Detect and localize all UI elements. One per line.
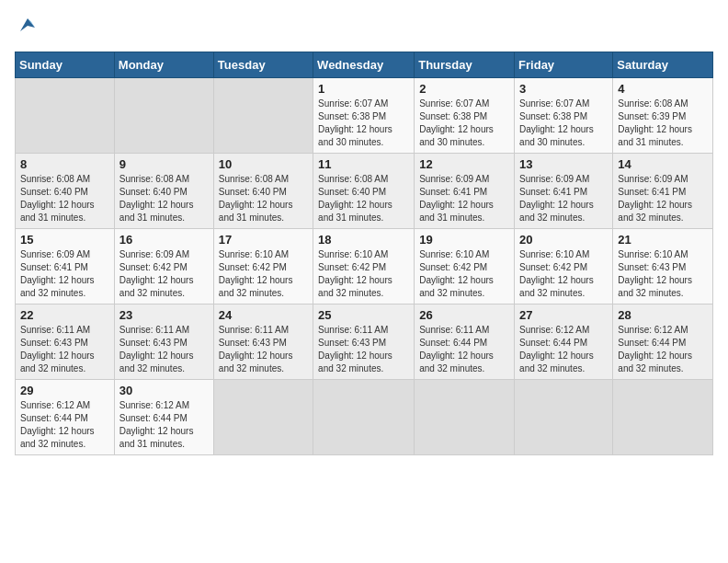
day-number: 1: [318, 82, 409, 96]
calendar-cell: 18Sunrise: 6:10 AMSunset: 6:42 PMDayligh…: [313, 229, 415, 304]
calendar-cell: 14Sunrise: 6:09 AMSunset: 6:41 PMDayligh…: [613, 154, 713, 229]
weekday-saturday: Saturday: [613, 52, 713, 78]
calendar-cell: [114, 78, 213, 154]
calendar-cell: 8Sunrise: 6:08 AMSunset: 6:40 PMDaylight…: [16, 154, 115, 229]
calendar-cell: [213, 78, 313, 154]
calendar-cell: 25Sunrise: 6:11 AMSunset: 6:43 PMDayligh…: [313, 304, 415, 380]
week-row-2: 8Sunrise: 6:08 AMSunset: 6:40 PMDaylight…: [16, 154, 713, 229]
day-number: 10: [219, 157, 308, 171]
calendar-cell: 10Sunrise: 6:08 AMSunset: 6:40 PMDayligh…: [213, 154, 313, 229]
day-info: Sunrise: 6:07 AMSunset: 6:38 PMDaylight:…: [318, 98, 409, 149]
day-info: Sunrise: 6:09 AMSunset: 6:42 PMDaylight:…: [119, 248, 209, 300]
day-info: Sunrise: 6:12 AMSunset: 6:44 PMDaylight:…: [20, 399, 109, 451]
day-number: 19: [419, 233, 509, 247]
day-number: 8: [20, 157, 109, 171]
day-info: Sunrise: 6:08 AMSunset: 6:39 PMDaylight:…: [618, 98, 708, 149]
weekday-sunday: Sunday: [16, 52, 115, 78]
calendar-cell: 9Sunrise: 6:08 AMSunset: 6:40 PMDaylight…: [114, 154, 213, 229]
day-number: 3: [519, 82, 608, 96]
calendar-cell: 2Sunrise: 6:07 AMSunset: 6:38 PMDaylight…: [415, 78, 515, 154]
week-row-1: 1Sunrise: 6:07 AMSunset: 6:38 PMDaylight…: [16, 78, 713, 154]
calendar-cell: 21Sunrise: 6:10 AMSunset: 6:43 PMDayligh…: [613, 229, 713, 304]
svg-marker-0: [20, 18, 35, 31]
day-info: Sunrise: 6:09 AMSunset: 6:41 PMDaylight:…: [618, 173, 708, 224]
day-number: 18: [318, 233, 409, 247]
calendar-header: [15, 15, 713, 40]
day-number: 26: [419, 308, 509, 322]
day-info: Sunrise: 6:07 AMSunset: 6:38 PMDaylight:…: [519, 98, 608, 149]
day-number: 28: [618, 308, 708, 322]
day-info: Sunrise: 6:10 AMSunset: 6:42 PMDaylight:…: [318, 248, 409, 300]
day-info: Sunrise: 6:08 AMSunset: 6:40 PMDaylight:…: [318, 173, 409, 224]
day-number: 13: [519, 157, 608, 171]
logo-icon: [15, 15, 40, 40]
calendar-cell: 4Sunrise: 6:08 AMSunset: 6:39 PMDaylight…: [613, 78, 713, 154]
calendar-cell: [213, 380, 313, 455]
day-number: 30: [119, 384, 209, 397]
day-info: Sunrise: 6:09 AMSunset: 6:41 PMDaylight:…: [20, 248, 109, 300]
day-info: Sunrise: 6:11 AMSunset: 6:44 PMDaylight:…: [419, 324, 509, 375]
calendar-cell: [16, 78, 115, 154]
calendar-cell: 26Sunrise: 6:11 AMSunset: 6:44 PMDayligh…: [415, 304, 515, 380]
day-number: 27: [519, 308, 608, 322]
calendar-cell: [515, 380, 613, 455]
day-info: Sunrise: 6:08 AMSunset: 6:40 PMDaylight:…: [119, 173, 209, 224]
calendar-cell: 23Sunrise: 6:11 AMSunset: 6:43 PMDayligh…: [114, 304, 213, 380]
calendar-cell: 29Sunrise: 6:12 AMSunset: 6:44 PMDayligh…: [16, 380, 115, 455]
day-number: 9: [119, 157, 209, 171]
day-number: 16: [119, 233, 209, 247]
day-number: 24: [219, 308, 308, 322]
day-info: Sunrise: 6:09 AMSunset: 6:41 PMDaylight:…: [519, 173, 608, 224]
calendar-cell: 19Sunrise: 6:10 AMSunset: 6:42 PMDayligh…: [415, 229, 515, 304]
calendar-cell: 30Sunrise: 6:12 AMSunset: 6:44 PMDayligh…: [114, 380, 213, 455]
week-row-3: 15Sunrise: 6:09 AMSunset: 6:41 PMDayligh…: [16, 229, 713, 304]
day-number: 14: [618, 157, 708, 171]
day-number: 17: [219, 233, 308, 247]
day-number: 12: [419, 157, 509, 171]
day-number: 15: [20, 233, 109, 247]
day-number: 21: [618, 233, 708, 247]
calendar-cell: [415, 380, 515, 455]
calendar-cell: 12Sunrise: 6:09 AMSunset: 6:41 PMDayligh…: [415, 154, 515, 229]
calendar-cell: 11Sunrise: 6:08 AMSunset: 6:40 PMDayligh…: [313, 154, 415, 229]
day-info: Sunrise: 6:07 AMSunset: 6:38 PMDaylight:…: [419, 98, 509, 149]
calendar-cell: 3Sunrise: 6:07 AMSunset: 6:38 PMDaylight…: [515, 78, 613, 154]
day-info: Sunrise: 6:09 AMSunset: 6:41 PMDaylight:…: [419, 173, 509, 224]
weekday-wednesday: Wednesday: [313, 52, 415, 78]
day-number: 2: [419, 82, 509, 96]
day-info: Sunrise: 6:10 AMSunset: 6:42 PMDaylight:…: [519, 248, 608, 300]
calendar-cell: [313, 380, 415, 455]
weekday-thursday: Thursday: [415, 52, 515, 78]
day-info: Sunrise: 6:10 AMSunset: 6:42 PMDaylight:…: [219, 248, 308, 300]
calendar-cell: 22Sunrise: 6:11 AMSunset: 6:43 PMDayligh…: [16, 304, 115, 380]
week-row-5: 29Sunrise: 6:12 AMSunset: 6:44 PMDayligh…: [16, 380, 713, 455]
day-info: Sunrise: 6:12 AMSunset: 6:44 PMDaylight:…: [119, 399, 209, 451]
day-number: 25: [318, 308, 409, 322]
day-info: Sunrise: 6:11 AMSunset: 6:43 PMDaylight:…: [219, 324, 308, 375]
day-number: 20: [519, 233, 608, 247]
calendar-body: 1Sunrise: 6:07 AMSunset: 6:38 PMDaylight…: [16, 78, 713, 455]
day-info: Sunrise: 6:08 AMSunset: 6:40 PMDaylight:…: [20, 173, 109, 224]
day-number: 11: [318, 157, 409, 171]
calendar-cell: 15Sunrise: 6:09 AMSunset: 6:41 PMDayligh…: [16, 229, 115, 304]
calendar-cell: 20Sunrise: 6:10 AMSunset: 6:42 PMDayligh…: [515, 229, 613, 304]
calendar-cell: 16Sunrise: 6:09 AMSunset: 6:42 PMDayligh…: [114, 229, 213, 304]
calendar-cell: 28Sunrise: 6:12 AMSunset: 6:44 PMDayligh…: [613, 304, 713, 380]
weekday-monday: Monday: [114, 52, 213, 78]
weekday-friday: Friday: [515, 52, 613, 78]
calendar-cell: 1Sunrise: 6:07 AMSunset: 6:38 PMDaylight…: [313, 78, 415, 154]
calendar-cell: 27Sunrise: 6:12 AMSunset: 6:44 PMDayligh…: [515, 304, 613, 380]
calendar-cell: [613, 380, 713, 455]
day-number: 22: [20, 308, 109, 322]
week-row-4: 22Sunrise: 6:11 AMSunset: 6:43 PMDayligh…: [16, 304, 713, 380]
day-number: 4: [618, 82, 708, 96]
calendar-cell: 13Sunrise: 6:09 AMSunset: 6:41 PMDayligh…: [515, 154, 613, 229]
day-info: Sunrise: 6:12 AMSunset: 6:44 PMDaylight:…: [519, 324, 608, 375]
logo: [15, 15, 44, 40]
calendar-cell: 24Sunrise: 6:11 AMSunset: 6:43 PMDayligh…: [213, 304, 313, 380]
day-info: Sunrise: 6:10 AMSunset: 6:43 PMDaylight:…: [618, 248, 708, 300]
weekday-header-row: SundayMondayTuesdayWednesdayThursdayFrid…: [16, 52, 713, 78]
day-info: Sunrise: 6:11 AMSunset: 6:43 PMDaylight:…: [318, 324, 409, 375]
calendar-table: SundayMondayTuesdayWednesdayThursdayFrid…: [15, 52, 713, 455]
day-info: Sunrise: 6:10 AMSunset: 6:42 PMDaylight:…: [419, 248, 509, 300]
